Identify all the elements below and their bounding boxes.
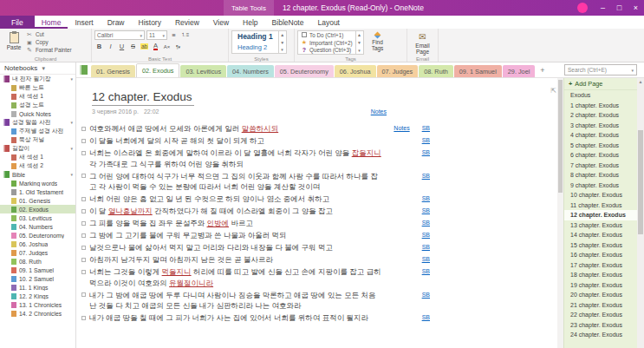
- window-scrollbar[interactable]: ▲ ▼: [637, 78, 644, 348]
- add-section-button[interactable]: +: [536, 66, 549, 75]
- tag-item[interactable]: ?Question (Ctrl+3): [298, 46, 355, 54]
- sb-link[interactable]: SB: [422, 195, 430, 201]
- add-page-button[interactable]: + Add Page: [564, 78, 637, 90]
- page-list-item[interactable]: 4 chapter. Exodus: [564, 130, 637, 141]
- page-list-item[interactable]: 10 chapter. Exodus: [564, 190, 637, 200]
- page-list-item[interactable]: 11 chapter. Exodus: [564, 200, 637, 211]
- tag-item[interactable]: ★Important (Ctrl+2): [298, 39, 355, 47]
- sidebar-section-10-2-samuel[interactable]: 10. 2 Samuel: [0, 274, 75, 283]
- page-list-item[interactable]: 17 chapter. Exodus: [564, 260, 637, 271]
- italic-button[interactable]: I: [106, 42, 115, 51]
- page-list-item[interactable]: 14 chapter. Exodus: [564, 230, 637, 240]
- sb-link[interactable]: SB: [422, 149, 430, 155]
- section-tab-04-numbers[interactable]: 04. Numbers: [227, 65, 274, 77]
- styles-dropdown-button[interactable]: ¶▾: [173, 42, 183, 51]
- sb-link[interactable]: SB: [422, 207, 430, 213]
- style-item[interactable]: Heading 1: [232, 31, 278, 43]
- cut-button[interactable]: ✂ Cut: [27, 30, 72, 38]
- sidebar-section-07-judges[interactable]: 07. Judges: [0, 248, 75, 257]
- notebook-item-bible[interactable]: Bible▾: [0, 170, 75, 179]
- marked-word-link[interactable]: 말씀하시되: [242, 124, 279, 133]
- ribbon-tab-view[interactable]: View: [206, 16, 236, 29]
- chevron-down-icon[interactable]: ▾: [70, 172, 73, 177]
- page-list-item[interactable]: 24 chapter. Exodus: [564, 330, 637, 340]
- sidebar-section-04-numbers[interactable]: 04. Numbers: [0, 222, 75, 231]
- sidebar-section-주제별-성경-사전[interactable]: 주제별 성경 사전: [0, 127, 75, 135]
- sb-link[interactable]: SB: [422, 244, 430, 250]
- sidebar-section-marking-words[interactable]: Marking words: [0, 179, 75, 187]
- font-color-button[interactable]: A: [151, 42, 160, 51]
- section-tab-29-joel[interactable]: 29. Joel: [503, 65, 536, 77]
- style-item[interactable]: Heading 2: [232, 43, 278, 54]
- sb-link[interactable]: SB: [422, 173, 430, 179]
- notebook-nav-icon[interactable]: [80, 65, 88, 75]
- close-button[interactable]: ×: [628, 0, 644, 16]
- page-list-item[interactable]: 21 chapter. Exodus: [564, 300, 637, 311]
- bullets-button[interactable]: ≡: [169, 30, 179, 40]
- section-tab-03-leviticus[interactable]: 03. Leviticus: [180, 65, 226, 77]
- maximize-button[interactable]: □: [611, 0, 628, 16]
- expand-page-list-icon[interactable]: ⇱: [550, 87, 556, 95]
- page-list-item[interactable]: 7 chapter. Exodus: [564, 161, 637, 171]
- marked-word-link[interactable]: 잡을지니: [352, 148, 381, 157]
- sidebar-section-11-1-kings[interactable]: 11. 1 Kings: [0, 283, 75, 292]
- scrollbar-thumb[interactable]: [638, 130, 643, 234]
- sidebar-section-새-섹션-2[interactable]: 새 섹션 2: [0, 161, 75, 170]
- bold-button[interactable]: B: [94, 42, 104, 51]
- page-list-item[interactable]: 6 chapter. Exodus: [564, 150, 637, 161]
- page-list-item[interactable]: 13 chapter. Exodus: [564, 220, 637, 231]
- highlight-button[interactable]: ab: [140, 42, 149, 51]
- clear-formatting-button[interactable]: A×: [162, 42, 172, 51]
- strikethrough-button[interactable]: S: [128, 42, 138, 51]
- sb-link[interactable]: SB: [422, 137, 430, 143]
- page-list-item[interactable]: 1 chapter. Exodus: [564, 101, 637, 111]
- find-tags-button[interactable]: Find Tags: [367, 30, 389, 51]
- sidebar-section-05-deuteronomy[interactable]: 05. Deuteronomy: [0, 231, 75, 240]
- styles-gallery-scroll[interactable]: ▲▼▾: [278, 31, 286, 53]
- underline-button[interactable]: U: [117, 42, 127, 51]
- page-list-item[interactable]: 3 chapter. Exodus: [564, 121, 637, 131]
- chevron-down-icon[interactable]: ▾: [70, 120, 73, 125]
- sidebar-section-묵상-저널[interactable]: 묵상 저널: [0, 135, 75, 144]
- sidebar-section-09-1-samuel[interactable]: 09. 1 Samuel: [0, 266, 75, 274]
- account-avatar[interactable]: [577, 3, 588, 13]
- sb-link[interactable]: SB: [422, 125, 430, 131]
- section-tab-01-genesis[interactable]: 01. Genesis: [91, 65, 135, 77]
- ribbon-tab-history[interactable]: History: [132, 16, 168, 29]
- sidebar-section-새-섹션-1[interactable]: 새 섹션 1: [0, 153, 75, 161]
- tags-gallery-scroll[interactable]: ▲▼▾: [355, 31, 363, 54]
- section-tab-05-deuteronomy[interactable]: 05. Deuteronomy: [275, 65, 334, 77]
- canvas-scrollbar-thumb[interactable]: [558, 80, 563, 193]
- sidebar-section-02-exodus[interactable]: 02. Exodus: [0, 205, 75, 213]
- numbering-button[interactable]: ⒈≡: [180, 30, 190, 40]
- page-list-item[interactable]: 19 chapter. Exodus: [564, 280, 637, 291]
- font-name-combo[interactable]: Calibri▾: [94, 30, 145, 40]
- sidebar-section-08-ruth[interactable]: 08. Ruth: [0, 257, 75, 266]
- ribbon-tab-biblenote[interactable]: BibleNote: [265, 16, 311, 29]
- tag-item[interactable]: To Do (Ctrl+1): [298, 31, 355, 39]
- sidebar-section-14-2-chronicles[interactable]: 14. 2 Chronicles: [0, 309, 75, 318]
- copy-button[interactable]: ▣ Copy: [27, 38, 72, 46]
- section-tab-06-joshua[interactable]: 06. Joshua: [335, 65, 376, 77]
- email-page-button[interactable]: ✉ Email Page: [410, 30, 435, 55]
- ribbon-tab-home[interactable]: Home: [35, 16, 68, 29]
- page-list-item[interactable]: Exodus: [564, 90, 637, 101]
- section-tab-02-exodus[interactable]: 02. Exodus: [136, 63, 180, 77]
- page-title[interactable]: 12 chapter. Exodus: [92, 90, 194, 106]
- canvas-scrollbar[interactable]: [557, 78, 563, 348]
- page-list-item[interactable]: 8 chapter. Exodus: [564, 170, 637, 181]
- sidebar-section-성경-노트[interactable]: 성경 노트: [0, 101, 75, 109]
- sidebar-section-새-섹션-1[interactable]: 새 섹션 1: [0, 92, 75, 101]
- section-tab-08-ruth[interactable]: 08. Ruth: [419, 65, 453, 77]
- format-painter-button[interactable]: ✎ Format Painter: [27, 46, 72, 54]
- page-list-item[interactable]: 20 chapter. Exodus: [564, 290, 637, 300]
- ribbon-tab-draw[interactable]: Draw: [101, 16, 132, 29]
- sidebar-section-03-leviticus[interactable]: 03. Leviticus: [0, 213, 75, 222]
- page-list-item[interactable]: 9 chapter. Exodus: [564, 181, 637, 191]
- page-list-item[interactable]: 2 chapter. Exodus: [564, 110, 637, 121]
- search-input[interactable]: Search (Ctrl+E) ▾: [564, 64, 637, 76]
- section-tab-09-1-samuel[interactable]: 09. 1 Samuel: [454, 65, 502, 77]
- page-list-item[interactable]: 22 chapter. Exodus: [564, 310, 637, 320]
- page-list-item[interactable]: 12 chapter. Exodus: [564, 210, 637, 220]
- sb-link[interactable]: SB: [422, 314, 430, 320]
